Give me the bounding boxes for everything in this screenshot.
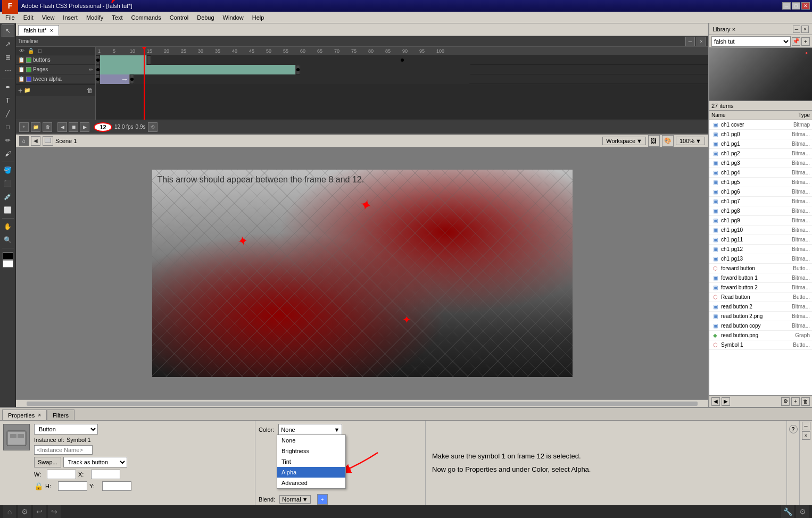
play-btn[interactable]: ▶ — [80, 122, 89, 132]
tab-close-icon[interactable]: × — [50, 28, 53, 34]
panel-minimize-btn[interactable]: ─ — [802, 422, 810, 430]
lib-item-ch1pg3[interactable]: ▣ ch1 pg3 Bitma... — [709, 158, 812, 168]
zoom-dropdown[interactable]: 100% ▼ — [676, 137, 705, 145]
blend-dropdown[interactable]: Normal ▼ — [279, 495, 310, 504]
loop-btn[interactable]: ⟲ — [148, 122, 158, 132]
bottom-settings-icon[interactable]: ⚙ — [18, 505, 31, 518]
color-option-advanced[interactable]: Advanced — [277, 478, 345, 488]
menu-window[interactable]: Window — [219, 13, 248, 22]
lib-item-read-button2[interactable]: ▣ read button 2 Bitma... — [709, 302, 812, 312]
lib-item-symbol1[interactable]: ⬡ Symbol 1 Butto... — [709, 340, 812, 350]
menu-help[interactable]: Help — [248, 13, 269, 22]
color-chip[interactable]: + — [317, 494, 328, 505]
bottom-home-icon[interactable]: ⌂ — [3, 505, 16, 518]
library-back-btn[interactable]: ◀ — [711, 397, 720, 406]
layer-buttons[interactable]: 📋 buttons — [16, 55, 95, 65]
stage-hscrollbar[interactable] — [16, 399, 708, 407]
shape-tool[interactable]: □ — [2, 121, 14, 133]
lib-item-read-button-copy[interactable]: ▣ read button copy Bitma... — [709, 321, 812, 331]
tab-properties[interactable]: Properties × — [2, 410, 47, 420]
lib-item-forward-button[interactable]: ⬡ forward button Butto... — [709, 264, 812, 273]
layer-tween-alpha[interactable]: 📋 tween alpha — [16, 74, 95, 84]
text-tool[interactable]: T — [2, 94, 14, 107]
timeline-minimize[interactable]: ─ — [685, 37, 695, 46]
bottom-gear-icon[interactable]: ⚙ — [796, 505, 809, 518]
add-folder-button[interactable]: 📁 — [24, 87, 30, 93]
lib-item-foward-button1[interactable]: ▣ foward button 1 Bitma... — [709, 273, 812, 283]
menu-debug[interactable]: Debug — [193, 13, 218, 22]
menu-commands[interactable]: Commands — [127, 13, 165, 22]
stage-btn-2[interactable]: 🎨 — [662, 135, 674, 147]
x-input[interactable]: 0.0 — [91, 470, 120, 479]
paint-bucket-tool[interactable]: ⬛ — [2, 177, 14, 190]
trash-btn[interactable]: 🗑 — [43, 122, 52, 132]
frame-span-2[interactable] — [100, 65, 296, 74]
frame-kf-5[interactable] — [130, 74, 134, 84]
stroke-color[interactable] — [3, 252, 13, 260]
lib-item-ch1pg9[interactable]: ▣ ch1 pg9 Bitma... — [709, 216, 812, 225]
timeline-close[interactable]: × — [697, 37, 706, 46]
delete-layer-button[interactable]: 🗑 — [87, 87, 93, 94]
menu-insert[interactable]: Insert — [59, 13, 82, 22]
pen-tool[interactable]: ✒ — [2, 81, 14, 94]
library-minimize[interactable]: ─ — [793, 26, 800, 33]
lib-item-foward-button2[interactable]: ▣ foward button 2 Bitma... — [709, 283, 812, 293]
library-new-btn[interactable]: + — [801, 37, 810, 46]
maximize-button[interactable]: □ — [792, 2, 800, 10]
menu-control[interactable]: Control — [165, 13, 193, 22]
bottom-tool-icon[interactable]: 🔧 — [781, 505, 794, 518]
library-forward-btn[interactable]: ▶ — [722, 397, 730, 406]
lib-item-ch1pg10[interactable]: ▣ ch1 pg10 Bitma... — [709, 225, 812, 235]
lib-item-ch1pg8[interactable]: ▣ ch1 pg8 Bitma... — [709, 206, 812, 216]
frame-kf[interactable] — [96, 55, 100, 65]
lasso-tool[interactable]: ⋯ — [2, 64, 14, 77]
frame-span[interactable] — [100, 55, 147, 65]
color-option-tint[interactable]: Tint — [277, 456, 345, 467]
frame-kf-2[interactable] — [96, 65, 100, 74]
back-icon[interactable]: ◀ — [31, 136, 40, 146]
lib-item-read-button-png[interactable]: ◆ read button.png Graph — [709, 331, 812, 340]
color-option-none[interactable]: None — [277, 435, 345, 446]
props-tab-close[interactable]: × — [38, 412, 41, 418]
library-pin-btn[interactable]: 📌 — [792, 37, 800, 46]
hand-tool[interactable]: ✋ — [2, 220, 14, 233]
stop-btn[interactable]: ⏹ — [69, 122, 78, 132]
swap-button[interactable]: Swap... — [34, 457, 61, 467]
height-input[interactable]: 600.0 — [58, 481, 87, 491]
library-settings-btn[interactable]: ⚙ — [781, 397, 790, 406]
library-name-select[interactable]: falsh tut — [711, 36, 791, 47]
color-dropdown[interactable]: None ▼ — [278, 424, 342, 436]
library-new-symbol-btn[interactable]: + — [791, 397, 800, 406]
workspace-dropdown[interactable]: Workspace ▼ — [602, 137, 646, 145]
color-option-alpha[interactable]: Alpha — [277, 467, 345, 478]
color-option-brightness[interactable]: Brightness — [277, 446, 345, 456]
frame-end[interactable] — [147, 55, 151, 65]
tween-span[interactable]: → — [100, 74, 130, 84]
zoom-tool[interactable]: 🔍 — [2, 233, 14, 246]
add-layer-btn[interactable]: + — [19, 122, 29, 132]
lib-item-ch1pg11[interactable]: ▣ ch1 pg11 Bitma... — [709, 235, 812, 245]
fill-color[interactable] — [3, 260, 13, 268]
close-button[interactable]: ✕ — [801, 2, 810, 10]
frame-kf-3[interactable] — [296, 65, 300, 74]
tween-alpha-layer-frames[interactable]: → — [96, 74, 708, 84]
hscroll-thumb[interactable] — [27, 402, 698, 406]
folder-btn[interactable]: 📁 — [31, 122, 40, 132]
lib-item-ch1pg7[interactable]: ▣ ch1 pg7 Bitma... — [709, 197, 812, 206]
lib-item-ch1pg1[interactable]: ▣ ch1 pg1 Bitma... — [709, 139, 812, 149]
lib-item-ch1pg2[interactable]: ▣ ch1 pg2 Bitma... — [709, 149, 812, 158]
timeline-frames[interactable]: 1 5 10 15 20 25 30 35 40 45 50 55 — [96, 47, 708, 120]
brush-tool[interactable]: 🖌 — [2, 147, 14, 160]
minimize-button[interactable]: ─ — [782, 2, 791, 10]
eyedropper-tool[interactable]: 💉 — [2, 190, 14, 203]
home-icon[interactable]: ⌂ — [19, 136, 29, 146]
help-icon[interactable]: ? — [789, 425, 798, 433]
pages-layer-frames[interactable] — [96, 65, 708, 74]
lib-item-ch1pg13[interactable]: ▣ ch1 pg13 Bitma... — [709, 254, 812, 264]
library-close[interactable]: × — [801, 26, 809, 33]
line-tool[interactable]: ╱ — [2, 107, 14, 120]
lib-item-read-button2png[interactable]: ▣ read button 2.png Bitma... — [709, 312, 812, 321]
document-tab-active[interactable]: falsh tut* × — [18, 25, 59, 36]
lib-item-ch1cover[interactable]: ▣ ch1 cover Bitmap — [709, 120, 812, 130]
library-delete-btn[interactable]: 🗑 — [801, 397, 810, 406]
